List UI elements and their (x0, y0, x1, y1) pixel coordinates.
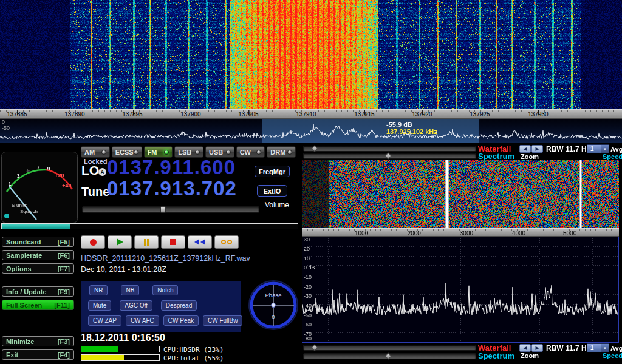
nr-button[interactable]: NR (89, 285, 108, 295)
zoom-spectrum[interactable] (302, 237, 619, 343)
squelch-fill (2, 224, 70, 229)
stop-button[interactable] (161, 235, 185, 249)
exit-button[interactable]: Exit[F4] (2, 349, 74, 360)
volume-slider[interactable] (82, 206, 259, 213)
s-meter-tick-label: 3 (16, 173, 19, 179)
pause-button[interactable] (134, 235, 159, 249)
cw-afc-button[interactable]: CW AFC (126, 315, 159, 326)
cw-fullbw-button[interactable]: CW FullBw (203, 315, 242, 326)
diamond-handle-icon[interactable] (384, 352, 391, 359)
mode-label: LSB (178, 149, 191, 156)
s-meter-tick-label: 7 (36, 164, 39, 170)
phase-label: Phase (265, 292, 282, 298)
spectrum-db-label: -50 (2, 126, 10, 131)
avg-dropdown[interactable]: 1 ▼ (587, 144, 609, 153)
button-label: Info / Update (6, 288, 47, 295)
spectrum-tab-label[interactable]: Spectrum (478, 152, 514, 161)
s-meter-caption: S-units (12, 203, 27, 208)
mute-button[interactable]: Mute (88, 300, 111, 311)
spectrum-zoom-slider-bottom[interactable] (303, 353, 476, 359)
agc-off-button[interactable]: AGC Off (120, 300, 152, 311)
pause-icon (147, 239, 149, 246)
main-spectrum[interactable] (0, 119, 622, 143)
tune-frequency-display[interactable]: 0137.913.702 (107, 177, 237, 200)
extio-button[interactable]: ExtIO (257, 185, 287, 197)
record-button[interactable] (81, 235, 105, 249)
lo-a-badge-button[interactable]: A (98, 168, 106, 176)
freqmgr-button[interactable]: FreqMgr (255, 166, 290, 177)
scroll-left-button-bottom[interactable]: ◀ (519, 344, 531, 352)
zoom-waterfall[interactable] (302, 160, 619, 228)
mode-led-icon (287, 150, 292, 155)
waterfall-contrast-slider[interactable] (303, 146, 476, 152)
zoom-frequency-scale[interactable]: 1000 2000 3000 4000 5000 (302, 228, 619, 237)
options-button[interactable]: Options[F7] (2, 263, 74, 274)
scroll-right-button-bottom[interactable]: ▶ (531, 344, 543, 352)
phase-value: 0 (272, 314, 275, 320)
notch-button[interactable]: Notch (152, 285, 178, 295)
loop-icon (221, 240, 226, 244)
s-meter-tick-label: +20 (55, 172, 64, 178)
freq-scale-label: 137925 (470, 111, 490, 118)
cw-zap-button[interactable]: CW ZAP (88, 315, 121, 326)
main-waterfall[interactable] (0, 0, 622, 109)
s-meter-tick-label: +40 (62, 183, 71, 189)
stop-icon (170, 239, 176, 245)
freq-scale-label: 137895 (122, 111, 142, 118)
soundcard-button[interactable]: Soundcard[F5] (2, 237, 74, 247)
rewind-button[interactable] (188, 235, 212, 249)
diamond-handle-icon[interactable] (312, 344, 318, 351)
mode-led-icon (164, 150, 169, 155)
minimize-button[interactable]: Minimize[F3] (2, 336, 74, 346)
scroll-right-icon: ▶ (535, 147, 539, 152)
s-meter-caption: Squelch (20, 209, 38, 214)
mode-button-drm[interactable]: DRM (267, 146, 296, 158)
samplerate-button[interactable]: Samplerate[F6] (2, 250, 74, 260)
cpu-hdsdr-text: CPU:HDSDR (33%) (163, 346, 224, 353)
fullscreen-button[interactable]: Full Screen[F11] (2, 300, 74, 310)
spectrum-zoom-slider[interactable] (303, 153, 476, 159)
avg-dropdown-bottom[interactable]: 1 ▼ (587, 343, 609, 352)
button-label: Minimize (6, 338, 34, 345)
cpu-total-bar (81, 354, 160, 361)
waterfall-contrast-slider-bottom[interactable] (303, 345, 476, 351)
spectrum-tab-label-bottom[interactable]: Spectrum (478, 351, 514, 360)
scroll-right-button[interactable]: ▶ (531, 145, 543, 153)
y-axis-label: 30 (304, 237, 310, 243)
mode-button-am[interactable]: AM (81, 146, 110, 158)
squelch-slider[interactable] (1, 223, 298, 229)
diamond-handle-icon[interactable] (384, 152, 391, 159)
freq-scale-label: 137905 (238, 111, 258, 118)
phase-dial[interactable]: Phase 0 (247, 278, 300, 332)
s-meter-tick-label: 9 (47, 166, 50, 172)
button-hotkey: [F4] (58, 351, 70, 359)
button-hotkey: [F6] (58, 252, 70, 259)
speed-label: Speed (603, 153, 622, 160)
main-frequency-scale[interactable]: 137885 137890 137895 137900 137905 13791… (0, 109, 622, 119)
zoom-scale-label: 5000 (563, 230, 576, 237)
play-button[interactable] (108, 235, 132, 249)
zoom-spectrum-y-axis: 30 20 10 0 dB -10 -20 -30 -40 -50 -60 -7… (302, 237, 326, 343)
scroll-left-button[interactable]: ◀ (519, 145, 531, 153)
freq-scale-label: 137915 (354, 111, 374, 118)
lo-frequency-display[interactable]: 0137.911.600 (107, 156, 236, 179)
cw-peak-button[interactable]: CW Peak (163, 315, 199, 326)
info-update-button[interactable]: Info / Update[F9] (2, 286, 74, 297)
hdsdr-window: 137885 137890 137895 137900 137905 13791… (0, 0, 622, 364)
y-axis-label: -30 (304, 294, 312, 299)
rewind-icon (194, 239, 199, 245)
diamond-handle-icon[interactable] (312, 145, 318, 152)
loop-button[interactable] (214, 235, 239, 249)
scroll-right-icon: ▶ (535, 346, 539, 351)
mode-label: AM (84, 149, 95, 156)
mode-label: ECSS (115, 149, 134, 156)
volume-slider-handle[interactable] (160, 206, 166, 213)
nb-button[interactable]: NB (121, 285, 139, 295)
speed-label-bottom: Speed (603, 352, 622, 359)
scroll-left-icon: ◀ (523, 147, 527, 152)
button-hotkey: [F7] (58, 265, 70, 272)
playback-bar (81, 235, 239, 249)
despread-button[interactable]: Despread (161, 300, 197, 311)
squelch-knob-icon[interactable] (4, 214, 9, 218)
mode-button-cw[interactable]: CW (236, 146, 265, 158)
